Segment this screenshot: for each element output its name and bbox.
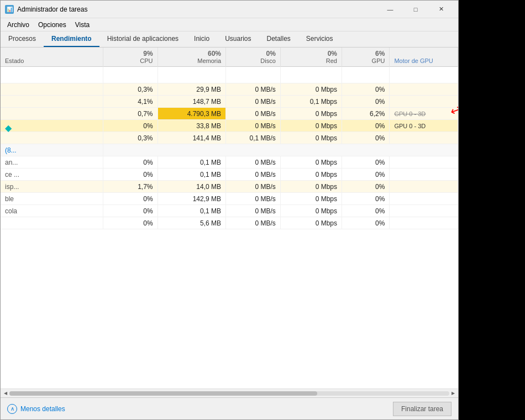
cell-cpu: 0% — [103, 217, 158, 229]
cell-memoria: 33,8 MB — [158, 120, 226, 132]
cell-gpu: 0% — [342, 132, 390, 144]
cell-memoria — [158, 67, 226, 83]
table-row[interactable]: ce ... 0% 0,1 MB 0 MB/s 0 Mbps 0% — [1, 169, 458, 181]
cell-red: 0 Mbps — [280, 169, 342, 181]
cell-estado — [1, 83, 103, 96]
cell-cpu: 0,3% — [103, 132, 158, 144]
cell-estado: isp... — [1, 181, 103, 193]
cell-cpu: 4,1% — [103, 96, 158, 108]
col-red-header[interactable]: 0% Red — [280, 48, 342, 67]
cell-red: 0 Mbps — [280, 108, 342, 120]
cell-gpu — [342, 67, 390, 83]
cell-gpu: 0% — [342, 169, 390, 181]
tab-procesos[interactable]: Procesos — [1, 32, 44, 47]
table-row[interactable]: 0,7% 4.790,3 MB 0 MB/s 0 Mbps 6,2% GPU 0… — [1, 108, 458, 120]
maximize-button[interactable]: □ — [403, 1, 428, 18]
table-row[interactable]: 4,1% 148,7 MB 0 MB/s 0,1 Mbps 0% — [1, 96, 458, 108]
cell-disco: 0 MB/s — [226, 108, 281, 120]
cell-cpu: 0% — [103, 120, 158, 132]
col-motor-header[interactable]: Motor de GPU — [390, 48, 458, 67]
bottom-bar: ∧ Menos detalles Finalizar tarea — [1, 397, 458, 419]
tab-servicios[interactable]: Servicios — [298, 32, 341, 47]
scroll-right-arrow[interactable]: ▶ — [449, 390, 457, 397]
cell-red: 0 Mbps — [280, 120, 342, 132]
content-area: Estado 9% CPU 60% Memoria 0% — [1, 48, 458, 397]
table-row[interactable]: ◆ 0% 33,8 MB 0 MB/s 0 Mbps 0% GPU 0 - 3D — [1, 120, 458, 132]
cell-gpu: 0% — [342, 205, 390, 217]
task-manager-window: 📊 Administrador de tareas — □ ✕ Archivo … — [0, 0, 459, 420]
menu-bar: Archivo Opciones Vista — [1, 18, 458, 32]
scroll-thumb[interactable] — [9, 391, 317, 396]
menu-archivo[interactable]: Archivo — [3, 20, 34, 30]
less-details-button[interactable]: ∧ Menos detalles — [7, 404, 65, 414]
cell-memoria: 141,4 MB — [158, 132, 226, 144]
cell-estado: an... — [1, 156, 103, 169]
cell-red: 0,1 Mbps — [280, 96, 342, 108]
cell-gpu: 0% — [342, 96, 390, 108]
col-memoria-header[interactable]: 60% Memoria — [158, 48, 226, 67]
scroll-track[interactable] — [9, 391, 449, 396]
cell-memoria: 14,0 MB — [158, 181, 226, 193]
table-row[interactable]: 0,3% 29,9 MB 0 MB/s 0 Mbps 0% — [1, 83, 458, 96]
cell-group-empty — [103, 144, 458, 156]
tab-bar: Procesos Rendimiento Historial de aplica… — [1, 32, 458, 48]
cell-estado: cola — [1, 205, 103, 217]
menu-opciones[interactable]: Opciones — [34, 20, 71, 30]
cell-red: 0 Mbps — [280, 132, 342, 144]
scroll-left-arrow[interactable]: ◀ — [2, 390, 9, 397]
cell-disco: 0 MB/s — [226, 217, 281, 229]
cell-red: 0 Mbps — [280, 83, 342, 96]
table-row[interactable]: ble 0% 142,9 MB 0 MB/s 0 Mbps 0% — [1, 193, 458, 205]
col-estado-header: Estado — [1, 48, 103, 67]
cell-estado: ◆ — [1, 120, 103, 132]
tab-detalles[interactable]: Detalles — [259, 32, 298, 47]
cell-cpu: 0,7% — [103, 108, 158, 120]
cell-cpu: 0% — [103, 205, 158, 217]
cell-gpu: 0% — [342, 120, 390, 132]
table-row[interactable]: an... 0% 0,1 MB 0 MB/s 0 Mbps 0% — [1, 156, 458, 169]
title-bar: 📊 Administrador de tareas — □ ✕ — [1, 1, 458, 18]
cell-gpu: 0% — [342, 83, 390, 96]
menu-vista[interactable]: Vista — [71, 20, 94, 30]
tab-historial[interactable]: Historial de aplicaciones — [99, 32, 186, 47]
tab-usuarios[interactable]: Usuarios — [217, 32, 259, 47]
table-row[interactable]: cola 0% 0,1 MB 0 MB/s 0 Mbps 0% — [1, 205, 458, 217]
col-gpu-header[interactable]: 6% GPU — [342, 48, 390, 67]
table-row[interactable] — [1, 67, 458, 83]
cell-gpu: 0% — [342, 193, 390, 205]
cell-memoria: 148,7 MB — [158, 96, 226, 108]
cell-motor: GPU 0 - 3D — [390, 120, 458, 132]
table-row-group[interactable]: (8... — [1, 144, 458, 156]
col-cpu-header[interactable]: 9% CPU — [103, 48, 158, 67]
table-scroll[interactable]: Estado 9% CPU 60% Memoria 0% — [1, 48, 458, 389]
cell-estado — [1, 96, 103, 108]
cell-estado: ble — [1, 193, 103, 205]
tab-inicio[interactable]: Inicio — [186, 32, 217, 47]
window-title: Administrador de tareas — [17, 6, 377, 13]
table-row[interactable]: 0,3% 141,4 MB 0,1 MB/s 0 Mbps 0% — [1, 132, 458, 144]
app-icon: 📊 — [5, 5, 14, 14]
cell-memoria: 0,1 MB — [158, 169, 226, 181]
process-status-icon: ◆ — [5, 123, 12, 129]
window-controls: — □ ✕ — [377, 1, 454, 18]
cell-motor — [390, 83, 458, 96]
cell-motor — [390, 217, 458, 229]
cell-motor — [390, 169, 458, 181]
col-disco-header[interactable]: 0% Disco — [226, 48, 281, 67]
cell-gpu: 0% — [342, 181, 390, 193]
cell-motor: GPU 0 - 3D ↩ — [390, 108, 458, 120]
horizontal-scrollbar[interactable]: ◀ ▶ — [1, 389, 458, 397]
cell-memoria: 29,9 MB — [158, 83, 226, 96]
table-row[interactable]: 0% 5,6 MB 0 MB/s 0 Mbps 0% — [1, 217, 458, 229]
table-row[interactable]: isp... 1,7% 14,0 MB 0 MB/s 0 Mbps 0% — [1, 181, 458, 193]
cell-estado — [1, 108, 103, 120]
cell-disco: 0 MB/s — [226, 169, 281, 181]
cell-cpu: 0% — [103, 156, 158, 169]
table-header: Estado 9% CPU 60% Memoria 0% — [1, 48, 458, 67]
end-task-button[interactable]: Finalizar tarea — [393, 402, 452, 416]
tab-rendimiento[interactable]: Rendimiento — [44, 32, 99, 47]
cell-disco — [226, 67, 281, 83]
less-details-label: Menos detalles — [20, 405, 65, 413]
minimize-button[interactable]: — — [377, 1, 403, 18]
close-button[interactable]: ✕ — [428, 1, 454, 18]
